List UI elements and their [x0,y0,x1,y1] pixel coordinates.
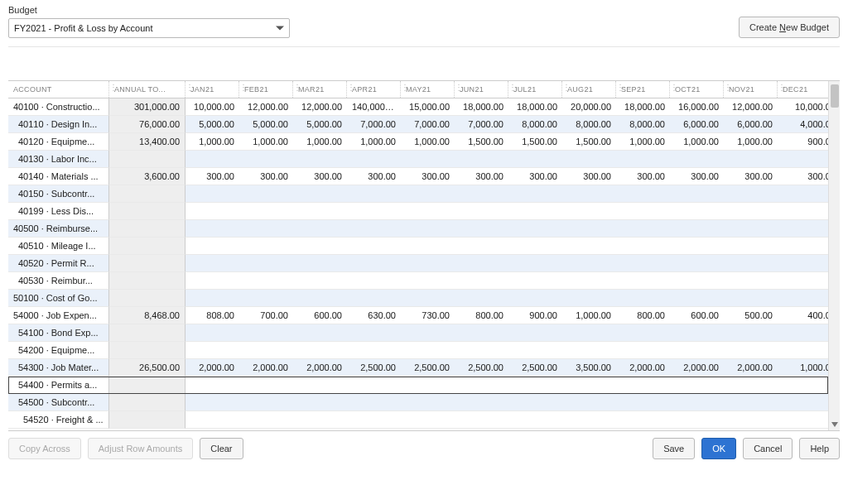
table-row[interactable]: 54500 · Subcontr... [8,394,828,411]
month-cell[interactable] [347,377,401,394]
month-cell[interactable] [508,272,562,290]
month-cell[interactable] [670,411,724,429]
month-cell[interactable]: 2,000.00 [293,359,347,377]
month-cell[interactable]: 1,000.00 [778,359,828,377]
month-cell[interactable] [778,411,828,429]
month-cell[interactable]: 300.00 [186,168,239,185]
month-cell[interactable] [347,220,401,238]
annual-total-cell[interactable] [109,411,186,429]
column-header[interactable]: AUG21 [562,81,616,98]
month-cell[interactable] [239,238,293,255]
month-cell[interactable] [455,255,508,272]
month-cell[interactable] [455,203,508,220]
annual-total-cell[interactable]: 301,000.00 [109,98,186,116]
month-cell[interactable]: 18,000.00 [616,98,670,116]
month-cell[interactable]: 7,000.00 [401,116,455,133]
account-cell[interactable]: 40510 · Mileage I... [8,238,109,255]
month-cell[interactable]: 900.00 [778,133,828,151]
month-cell[interactable]: 1,500.00 [562,133,616,151]
month-cell[interactable] [670,203,724,220]
month-cell[interactable] [186,377,239,394]
column-header[interactable]: FEB21 [239,81,293,98]
month-cell[interactable]: 2,500.00 [455,359,508,377]
month-cell[interactable] [508,255,562,272]
month-cell[interactable]: 1,500.00 [508,133,562,151]
month-cell[interactable] [562,220,616,238]
month-cell[interactable] [616,377,670,394]
month-cell[interactable] [562,151,616,168]
month-cell[interactable] [293,220,347,238]
create-new-budget-button[interactable]: Create New Budget [739,17,840,38]
column-header[interactable]: MAR21 [293,81,347,98]
month-cell[interactable] [293,255,347,272]
month-cell[interactable]: 5,000.00 [293,116,347,133]
month-cell[interactable] [670,272,724,290]
month-cell[interactable] [347,394,401,411]
adjust-row-amounts-button[interactable]: Adjust Row Amounts [88,438,194,459]
month-cell[interactable] [455,185,508,203]
table-row[interactable]: 54000 · Job Expen...8,468.00808.00700.00… [8,307,828,324]
month-cell[interactable] [401,290,455,307]
month-cell[interactable]: 2,000.00 [724,359,778,377]
month-cell[interactable]: 18,000.00 [508,98,562,116]
month-cell[interactable] [778,290,828,307]
account-cell[interactable]: 54100 · Bond Exp... [8,324,109,342]
month-cell[interactable] [186,394,239,411]
month-cell[interactable] [239,185,293,203]
month-cell[interactable] [670,238,724,255]
month-cell[interactable] [724,377,778,394]
help-button[interactable]: Help [799,438,840,459]
month-cell[interactable]: 300.00 [562,168,616,185]
month-cell[interactable] [562,377,616,394]
month-cell[interactable] [186,220,239,238]
month-cell[interactable] [293,151,347,168]
month-cell[interactable] [401,203,455,220]
month-cell[interactable]: 300.00 [401,168,455,185]
month-cell[interactable]: 2,000.00 [616,359,670,377]
month-cell[interactable] [508,394,562,411]
month-cell[interactable]: 300.00 [616,168,670,185]
table-row[interactable]: 54100 · Bond Exp... [8,324,828,342]
column-header[interactable]: DEC21 [778,81,828,98]
month-cell[interactable] [616,238,670,255]
table-row[interactable]: 54200 · Equipme... [8,342,828,359]
month-cell[interactable] [562,290,616,307]
annual-total-cell[interactable] [109,377,186,394]
table-row[interactable]: 40150 · Subcontr... [8,185,828,203]
month-cell[interactable]: 8,000.00 [562,116,616,133]
column-header[interactable]: ACCOUNT [8,81,109,98]
annual-total-cell[interactable]: 3,600.00 [109,168,186,185]
month-cell[interactable]: 700.00 [239,307,293,324]
month-cell[interactable]: 2,000.00 [239,359,293,377]
annual-total-cell[interactable] [109,238,186,255]
month-cell[interactable]: 18,000.00 [455,98,508,116]
month-cell[interactable] [670,394,724,411]
month-cell[interactable]: 300.00 [455,168,508,185]
month-cell[interactable]: 10,000.00 [186,98,239,116]
month-cell[interactable]: 1,000.00 [401,133,455,151]
month-cell[interactable]: 5,000.00 [239,116,293,133]
save-button[interactable]: Save [653,438,695,459]
column-header[interactable]: JUL21 [508,81,562,98]
month-cell[interactable] [186,342,239,359]
month-cell[interactable]: 630.00 [347,307,401,324]
month-cell[interactable] [293,324,347,342]
table-row[interactable]: 40110 · Design In...76,000.005,000.005,0… [8,116,828,133]
month-cell[interactable]: 300.00 [293,168,347,185]
month-cell[interactable] [401,255,455,272]
month-cell[interactable] [562,255,616,272]
account-cell[interactable]: 40199 · Less Dis... [8,203,109,220]
month-cell[interactable]: 7,000.00 [455,116,508,133]
month-cell[interactable] [347,151,401,168]
month-cell[interactable] [508,220,562,238]
table-row[interactable]: 50100 · Cost of Go... [8,290,828,307]
month-cell[interactable]: 800.00 [455,307,508,324]
annual-total-cell[interactable]: 8,468.00 [109,307,186,324]
month-cell[interactable] [293,238,347,255]
annual-total-cell[interactable] [109,394,186,411]
month-cell[interactable]: 10,000.00 [778,98,828,116]
annual-total-cell[interactable] [109,203,186,220]
account-cell[interactable]: 50100 · Cost of Go... [8,290,109,307]
account-cell[interactable]: 40120 · Equipme... [8,133,109,151]
month-cell[interactable] [347,203,401,220]
